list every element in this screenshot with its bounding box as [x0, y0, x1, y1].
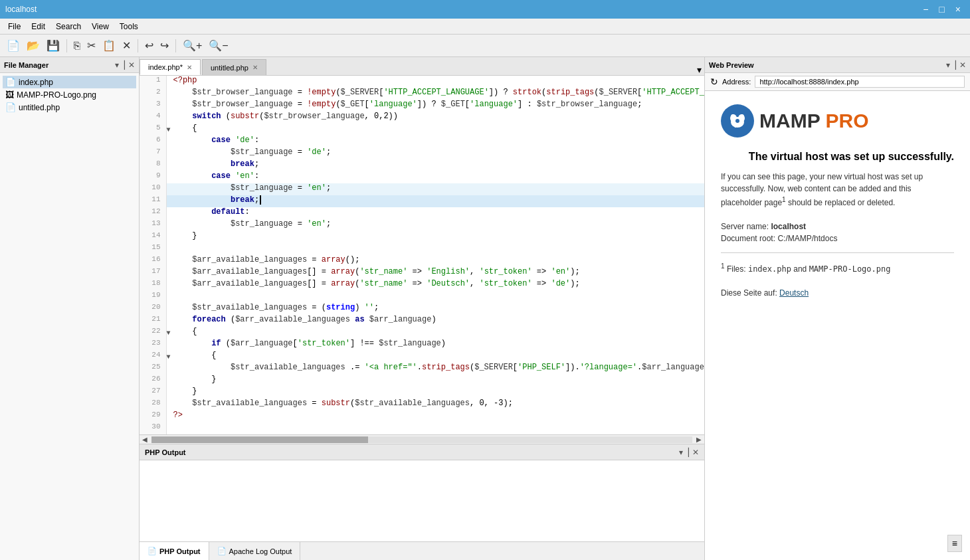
line-content-9: case 'en':	[171, 171, 704, 183]
line-13: 13 $str_language = 'en';	[140, 219, 704, 231]
line-num-29: 29	[140, 411, 166, 422]
tab-index-php[interactable]: index.php* ✕	[140, 59, 201, 75]
address-input[interactable]	[755, 76, 965, 88]
minimize-button[interactable]: −	[919, 4, 932, 15]
web-preview-title: Web Preview	[709, 61, 754, 69]
line-num-25: 25	[140, 363, 166, 375]
open-file-button[interactable]: 📂	[24, 38, 43, 53]
line-content-20: $str_available_languages = (string) '';	[171, 303, 704, 315]
line-16: 16 $arr_available_languages = array();	[140, 255, 704, 267]
zoom-in-button[interactable]: 🔍+	[180, 38, 205, 53]
menu-edit[interactable]: Edit	[26, 21, 50, 33]
line-18: 18 $arr_available_languages[] = array('s…	[140, 279, 704, 291]
line-content-10: $str_language = 'en';	[171, 183, 704, 195]
output-panel: PHP Output ▾ ⎟ ✕ 📄 PHP Output 📄 Apache L…	[140, 444, 704, 560]
preview-content: MAMP PRO The virtual host was set up suc…	[705, 91, 970, 537]
title-text: localhost	[5, 5, 37, 14]
line-26: 26 }	[140, 375, 704, 387]
line-14: 14 }	[140, 231, 704, 243]
line-content-13: $str_language = 'en';	[171, 219, 704, 231]
line-num-27: 27	[140, 387, 166, 399]
output-panel-title: PHP Output	[145, 448, 186, 456]
line-10: 10 $str_language = 'en';	[140, 183, 704, 195]
line-6: 6 case 'de':	[140, 136, 704, 147]
line-7: 7 $str_language = 'de';	[140, 147, 704, 159]
line-12: 12 default:	[140, 207, 704, 219]
menu-view[interactable]: View	[86, 21, 114, 33]
scroll-right-button[interactable]: ▶	[694, 436, 704, 443]
mamp-elephant-icon	[721, 104, 754, 138]
delete-button[interactable]: ✕	[120, 38, 134, 53]
line-num-15: 15	[140, 243, 166, 255]
editor-area: index.php* ✕ untitled.php ✕ ▾ 1 <?php	[140, 57, 704, 560]
menu-tools[interactable]: Tools	[114, 21, 144, 33]
output-pin-button[interactable]: ▾	[679, 448, 683, 457]
paste-button[interactable]: 📋	[100, 38, 118, 53]
line-num-5: 5	[140, 124, 166, 136]
line-content-26: }	[171, 375, 704, 387]
tab-untitled-php[interactable]: untitled.php ✕	[202, 59, 266, 75]
line-23: 23 if ($arr_language['str_token'] !== $s…	[140, 339, 704, 351]
web-preview-header: Web Preview ▾ ⎟ ✕	[705, 57, 970, 73]
output-panel-header: PHP Output ▾ ⎟ ✕	[140, 444, 704, 460]
mamp-pro-text: PRO	[825, 110, 868, 132]
redo-button[interactable]: ↪	[157, 38, 171, 53]
cut-button[interactable]: ✂	[84, 38, 98, 53]
line-content-6: case 'de':	[171, 136, 704, 147]
output-tabs: 📄 PHP Output 📄 Apache Log Output	[140, 541, 704, 560]
file-list: 📄 index.php 🖼 MAMP-PRO-Logo.png 📄 untitl…	[0, 73, 139, 560]
new-file-button[interactable]: 📄	[4, 38, 23, 53]
file-item-index-php[interactable]: 📄 index.php	[3, 76, 136, 88]
refresh-button[interactable]: ↻	[710, 76, 718, 87]
undo-button[interactable]: ↩	[142, 38, 156, 53]
output-tab-php[interactable]: 📄 PHP Output	[140, 542, 209, 560]
menu-search[interactable]: Search	[50, 21, 86, 33]
apache-log-tab-label: Apache Log Output	[229, 547, 292, 555]
preview-pin-button[interactable]: ▾	[946, 60, 950, 70]
tab-close-index[interactable]: ✕	[187, 64, 192, 71]
line-num-22: 22	[140, 327, 166, 339]
file-name-index: index.php	[19, 78, 53, 87]
output-close-button[interactable]: ✕	[692, 448, 699, 457]
deutsch-link[interactable]: Deutsch	[779, 288, 809, 298]
address-bar: ↻ Address:	[705, 73, 970, 91]
save-button[interactable]: 💾	[44, 38, 62, 53]
line-17: 17 $arr_available_languages[] = array('s…	[140, 267, 704, 279]
output-float-button[interactable]: ⎟	[686, 448, 690, 457]
file-manager-close[interactable]: ✕	[128, 60, 135, 70]
file-manager-float[interactable]: ⎟	[122, 60, 126, 70]
file-manager-pin[interactable]: ▾	[115, 60, 119, 70]
preview-body: If you can see this page, your new virtu…	[721, 171, 954, 244]
code-editor[interactable]: 1 <?php 2 $str_browser_language = !empty…	[140, 76, 704, 434]
copy-button[interactable]: ⎘	[71, 39, 83, 53]
line-2: 2 $str_browser_language = !empty($_SERVE…	[140, 88, 704, 100]
file-manager-panel: File Manager ▾ ⎟ ✕ 📄 index.php 🖼 MAMP-PR…	[0, 57, 140, 560]
scroll-left-button[interactable]: ◀	[140, 436, 150, 443]
line-28: 28 $str_available_languages = substr($st…	[140, 399, 704, 411]
line-num-13: 13	[140, 219, 166, 231]
preview-float-button[interactable]: ⎟	[953, 60, 957, 70]
file-item-logo[interactable]: 🖼 MAMP-PRO-Logo.png	[3, 88, 136, 101]
line-num-14: 14	[140, 231, 166, 243]
preview-server-name: Server name: localhost	[721, 221, 954, 233]
tab-menu-button[interactable]: ▾	[694, 64, 704, 75]
tab-close-untitled[interactable]: ✕	[252, 64, 258, 71]
close-button[interactable]: ×	[951, 4, 965, 15]
svg-point-5	[735, 119, 739, 123]
line-content-30	[171, 422, 704, 434]
zoom-out-button[interactable]: 🔍−	[206, 38, 231, 53]
line-content-3: $str_browser_language = !empty($_GET['la…	[171, 100, 704, 112]
scroll-track[interactable]	[151, 436, 692, 443]
line-num-2: 2	[140, 88, 166, 100]
file-item-untitled[interactable]: 📄 untitled.php	[3, 101, 136, 114]
preview-lang-link: Diese Seite auf: Deutsch	[721, 287, 954, 299]
output-tab-apache[interactable]: 📄 Apache Log Output	[209, 542, 301, 560]
horizontal-scrollbar[interactable]: ◀ ▶	[140, 434, 704, 444]
line-num-1: 1	[140, 76, 166, 88]
menu-file[interactable]: File	[3, 21, 26, 33]
maximize-button[interactable]: □	[935, 4, 948, 15]
scroll-thumb[interactable]	[151, 436, 368, 443]
line-num-21: 21	[140, 315, 166, 327]
preview-menu-button[interactable]: ≡	[947, 535, 962, 552]
preview-close-button[interactable]: ✕	[959, 60, 966, 70]
